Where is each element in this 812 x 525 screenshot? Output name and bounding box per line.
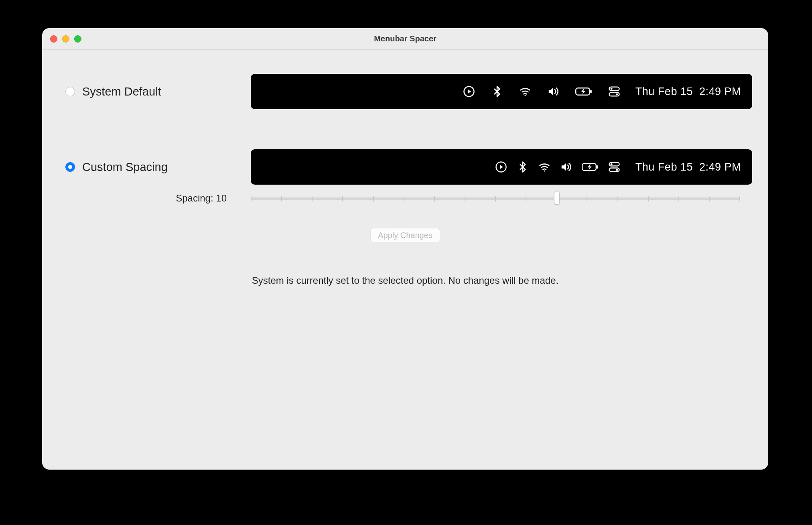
slider-ticks <box>251 196 740 201</box>
app-window: Menubar Spacer System Default <box>42 28 768 470</box>
svg-rect-5 <box>590 90 592 93</box>
spacing-row: Spacing: 10 <box>58 193 752 204</box>
control-center-icon <box>608 85 620 98</box>
radio-system-default[interactable] <box>65 87 75 96</box>
svg-rect-15 <box>597 165 598 168</box>
svg-marker-13 <box>562 163 566 171</box>
minimize-window-button[interactable] <box>62 35 69 43</box>
control-center-icon <box>608 161 620 173</box>
svg-point-19 <box>616 169 618 171</box>
slider-thumb[interactable] <box>554 191 560 205</box>
close-window-button[interactable] <box>50 35 57 43</box>
window-controls <box>50 35 81 43</box>
svg-point-12 <box>544 171 545 172</box>
svg-marker-1 <box>468 90 471 94</box>
radio-custom-spacing[interactable] <box>65 162 75 172</box>
spacing-slider[interactable] <box>251 193 740 204</box>
preview-custom-spacing: Thu Feb 152:49 PM <box>251 149 752 185</box>
bluetooth-icon <box>491 85 503 98</box>
svg-point-17 <box>610 163 612 165</box>
volume-icon <box>560 161 572 173</box>
content-area: System Default <box>42 50 768 470</box>
preview-datetime: Thu Feb 152:49 PM <box>635 161 741 173</box>
label-system-default: System Default <box>82 85 251 98</box>
svg-marker-3 <box>549 88 553 96</box>
battery-charging-icon <box>575 85 592 98</box>
svg-point-7 <box>610 88 612 90</box>
bluetooth-icon <box>517 161 529 173</box>
battery-charging-icon <box>582 161 599 173</box>
zoom-window-button[interactable] <box>74 35 81 43</box>
wifi-icon <box>538 161 550 173</box>
preview-system-default: Thu Feb 152:49 PM <box>251 74 752 109</box>
svg-point-9 <box>616 93 618 95</box>
svg-point-2 <box>524 95 526 96</box>
spacing-label: Spacing: 10 <box>58 193 251 204</box>
titlebar: Menubar Spacer <box>42 28 768 50</box>
volume-icon <box>547 85 559 98</box>
option-custom-spacing: Custom Spacing <box>58 149 752 185</box>
apply-changes-button[interactable]: Apply Changes <box>370 228 440 243</box>
window-title: Menubar Spacer <box>42 34 768 43</box>
option-system-default: System Default <box>58 74 752 109</box>
label-custom-spacing: Custom Spacing <box>82 161 251 174</box>
status-message: System is currently set to the selected … <box>252 275 558 286</box>
wifi-icon <box>519 85 531 98</box>
preview-datetime: Thu Feb 152:49 PM <box>635 85 741 98</box>
media-playback-icon <box>463 85 475 98</box>
svg-marker-11 <box>500 165 503 169</box>
media-playback-icon <box>495 161 507 173</box>
